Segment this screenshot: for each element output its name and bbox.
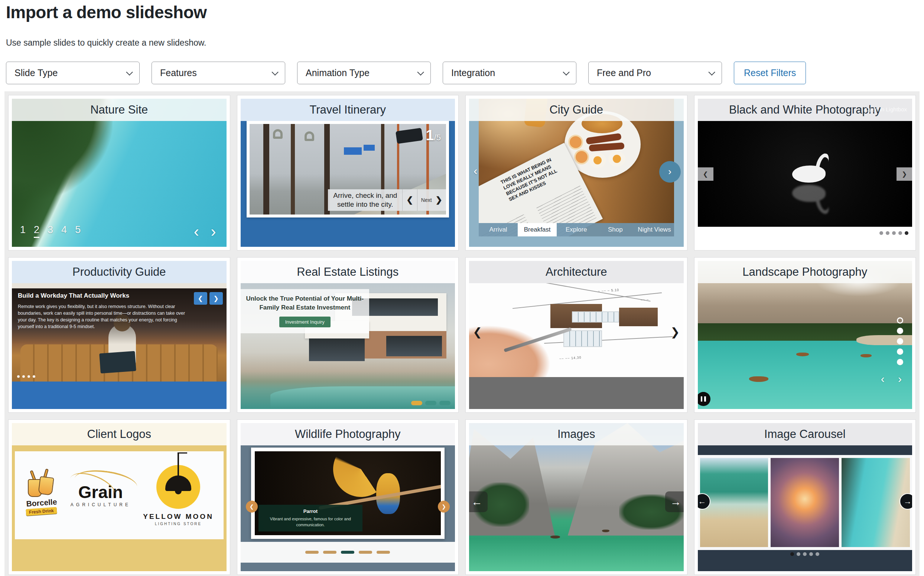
road-sign-graphic bbox=[344, 147, 362, 155]
demo-card-architecture[interactable]: Architecture ~ ~~ ~ 5.10 ~~ ~ ~~ ~~ 14,3… bbox=[465, 257, 687, 413]
dot bbox=[425, 401, 436, 405]
slide-dashes bbox=[241, 542, 455, 563]
dot-active bbox=[790, 552, 794, 556]
demo-card-travel-itinerary[interactable]: Travel Itinerary bbox=[237, 95, 459, 251]
dash bbox=[323, 551, 337, 554]
reset-filters-button[interactable]: Reset Filters bbox=[734, 62, 806, 84]
demo-card-bw-photography[interactable]: Black and White Photography Open in Ligh… bbox=[694, 95, 916, 251]
card-title: Travel Itinerary bbox=[310, 103, 386, 117]
card-title-bar: Architecture bbox=[469, 261, 684, 283]
dot bbox=[809, 552, 813, 556]
card-title-bar: Client Logos bbox=[12, 423, 226, 445]
caption-title: Parrot bbox=[261, 509, 360, 514]
slide-heading: Build a Workday That Actually Works bbox=[18, 292, 186, 299]
demo-card-client-logos[interactable]: Client Logos Borcelle Fresh Drink bbox=[8, 419, 230, 575]
wildlife-photography-preview: Parrot Vibrant and expressive, famous fo… bbox=[241, 445, 455, 571]
prev-arrow-icon: ❮ bbox=[473, 325, 482, 338]
prev-next-arrows-icon: ‹ › bbox=[881, 373, 907, 384]
pole-graphic bbox=[263, 124, 269, 214]
tab-arrival: Arrival bbox=[479, 223, 518, 237]
slide-photo-frame: 1/5 Arrive, check in, and settle into th… bbox=[247, 121, 449, 218]
lake-graphic bbox=[698, 341, 913, 409]
features-select[interactable]: Features bbox=[152, 62, 285, 84]
next-arrow-icon: → bbox=[665, 491, 684, 512]
logo-yellow-moon: YELLOW MOON LIGHTING STORE bbox=[143, 465, 213, 526]
next-label: Next bbox=[421, 197, 432, 203]
next-control: Next ❯ bbox=[417, 189, 446, 211]
dot bbox=[897, 359, 903, 365]
house-window-graphic bbox=[572, 311, 619, 323]
slide-type-select[interactable]: Slide Type bbox=[6, 62, 140, 84]
dot bbox=[879, 231, 883, 235]
prev-next-arrows-icon: ‹ › bbox=[194, 224, 220, 239]
logo-name: Borcelle bbox=[24, 497, 58, 508]
page-number: 3 bbox=[48, 224, 53, 238]
client-logos-preview: Borcelle Fresh Drink Grain AGRICULTURE bbox=[12, 445, 226, 571]
page-subtitle: Use sample slides to quickly create a ne… bbox=[6, 38, 206, 48]
dot bbox=[897, 349, 903, 355]
demo-card-image-carousel[interactable]: Image Carousel ← → bbox=[694, 419, 916, 575]
demo-card-landscape-photography[interactable]: ‹ › Landscape Photography bbox=[694, 257, 916, 413]
beach-graphic bbox=[857, 335, 912, 346]
demo-card-productivity-guide[interactable]: Productivity Guide Build a Workday That … bbox=[8, 257, 230, 413]
free-and-pro-select[interactable]: Free and Pro bbox=[588, 62, 722, 84]
open-in-lightbox-label: Open in Lightbox bbox=[865, 106, 907, 112]
card-title: Client Logos bbox=[87, 427, 151, 441]
next-button-icon: ❯ bbox=[897, 167, 912, 181]
slide-nav-buttons: ❮ ❯ bbox=[194, 292, 223, 305]
prev-arrow-icon: ‹ bbox=[473, 164, 478, 178]
card-title: Productivity Guide bbox=[72, 266, 166, 279]
swan-graphic bbox=[792, 166, 826, 182]
slide-heading: Unlock the True Potential of Your Multi-… bbox=[245, 294, 365, 312]
slide-dots bbox=[411, 401, 451, 405]
card-title-bar: Image Carousel bbox=[698, 423, 913, 445]
tram-window-photo: 1/5 Arrive, check in, and settle into th… bbox=[250, 124, 446, 214]
dot bbox=[816, 552, 819, 556]
logo-tagline: AGRICULTURE bbox=[71, 502, 131, 507]
mirror-graphic bbox=[396, 128, 423, 144]
card-title-bar: Wildlife Photography bbox=[241, 423, 455, 445]
slide-dots bbox=[879, 231, 908, 235]
next-button-icon: ❯ bbox=[209, 292, 223, 305]
animation-type-select[interactable]: Animation Type bbox=[297, 62, 431, 84]
demo-card-city-guide[interactable]: THIS IS WHAT BEING IN LOVE REALLY MEANS … bbox=[465, 95, 687, 251]
demo-card-real-estate-listings[interactable]: Real Estate Listings Unlock the True Pot… bbox=[237, 257, 459, 413]
window-graphic bbox=[309, 338, 365, 361]
page-number: 5 bbox=[75, 224, 80, 238]
dot bbox=[803, 552, 807, 556]
slide-caption-bar: Arrive, check in, and settle into the ci… bbox=[328, 189, 446, 211]
dash-active bbox=[341, 551, 354, 554]
demo-card-nature-site[interactable]: 1 2 3 4 5 ‹ › Nature Site bbox=[8, 95, 230, 251]
prev-button-icon: ❮ bbox=[194, 292, 207, 305]
logo-name: YELLOW MOON bbox=[143, 512, 213, 521]
page-number-active: 2 bbox=[34, 224, 39, 238]
tab-breakfast-active: Breakfast bbox=[518, 223, 557, 237]
grapefruit-graphic bbox=[574, 150, 589, 165]
features-select-label: Features bbox=[160, 67, 197, 78]
slide-counter-current: 1 bbox=[426, 127, 434, 143]
slide-paragraph: Remote work gives you flexibility, but i… bbox=[18, 303, 186, 330]
slide-dots-vertical bbox=[897, 317, 903, 365]
divider-strip bbox=[12, 283, 226, 288]
card-title-bar: Nature Site bbox=[12, 99, 226, 121]
drink-cups-graphic bbox=[25, 476, 58, 498]
slide-counter: 1/5 bbox=[426, 127, 441, 144]
card-title-bar: City Guide bbox=[469, 99, 684, 121]
card-title-bar: Productivity Guide bbox=[12, 261, 226, 283]
pole-graphic bbox=[291, 124, 295, 214]
demo-grid: 1 2 3 4 5 ‹ › Nature Site Travel Itinera… bbox=[5, 91, 919, 576]
demo-card-wildlife-photography[interactable]: Wildlife Photography Parrot Vibrant and … bbox=[237, 419, 459, 575]
card-title: Nature Site bbox=[90, 103, 148, 117]
card-title-bar: Black and White Photography Open in Ligh… bbox=[698, 99, 913, 121]
bottom-bar bbox=[469, 377, 684, 409]
card-title-bar: Landscape Photography bbox=[698, 261, 913, 283]
card-title-bar: Travel Itinerary bbox=[241, 99, 455, 121]
prev-button-icon: ❮ bbox=[698, 167, 714, 181]
card-title: Architecture bbox=[545, 266, 607, 279]
card-title: Images bbox=[557, 427, 595, 441]
dot-active bbox=[411, 401, 422, 405]
dot bbox=[898, 231, 902, 235]
demo-card-images[interactable]: ← → Images bbox=[465, 419, 687, 575]
chevron-down-icon bbox=[708, 69, 715, 75]
integration-select[interactable]: Integration bbox=[443, 62, 576, 84]
